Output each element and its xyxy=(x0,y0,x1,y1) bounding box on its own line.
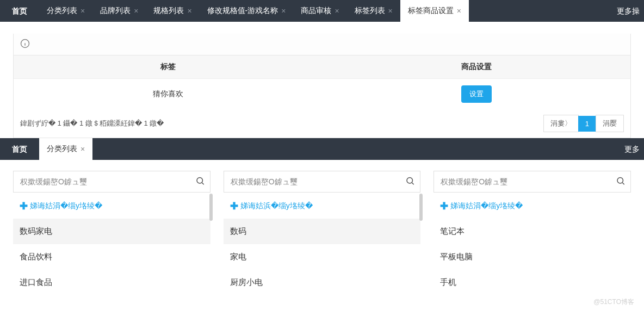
tab-label: 品牌列表 xyxy=(100,6,131,16)
close-icon[interactable]: × xyxy=(388,7,393,15)
content-panel: 标签 商品设置 猜你喜欢 设置 鍏剧ず紵� 1 鑷� 1 鐓＄粨鐤溧紝鍏� 1 … xyxy=(13,34,631,138)
tab-4[interactable]: 商品审核× xyxy=(293,0,346,22)
tab-label: 分类列表 xyxy=(47,6,77,16)
tab-label: 修改规格值-游戏名称 xyxy=(207,6,278,16)
add-category-label: 娣诲姞涓�缁у垎绫� xyxy=(30,201,102,211)
table-row: 猜你喜欢 设置 xyxy=(14,79,630,110)
list-item[interactable]: 厨房小电 xyxy=(224,270,421,295)
tab-6[interactable]: 标签商品设置× xyxy=(400,0,469,22)
search-icon[interactable] xyxy=(616,176,626,188)
tab-0[interactable]: 分类列表× xyxy=(39,138,92,160)
add-category-label: 娣诲姞浜�缁у垎绫� xyxy=(240,201,313,211)
search-icon[interactable] xyxy=(405,176,415,188)
close-icon[interactable]: × xyxy=(81,7,85,15)
tab-label: 分类列表 xyxy=(47,144,77,154)
svg-line-4 xyxy=(202,183,203,184)
tab-list-2: 分类列表× xyxy=(39,138,615,160)
svg-point-3 xyxy=(197,178,203,184)
pager-page-1[interactable]: 1 xyxy=(578,116,596,132)
plus-icon: ✚ xyxy=(20,201,28,211)
list-item[interactable]: 数码家电 xyxy=(13,219,210,244)
tab-home-2[interactable]: 首页 xyxy=(0,138,39,160)
more-ops[interactable]: 更多操 xyxy=(607,0,644,22)
pager-prev[interactable]: 涓婁〉 xyxy=(543,115,579,132)
category-column-2: ✚娣诲姞涓�缁у垎绫�笔记本平板电脑手机 xyxy=(434,171,631,295)
list-item[interactable]: 手机 xyxy=(434,270,631,295)
list-item[interactable]: 笔记本 xyxy=(434,219,631,244)
close-icon[interactable]: × xyxy=(457,7,461,15)
th-label: 标签 xyxy=(14,55,322,79)
category-list: 数码家电厨房小电 xyxy=(224,219,421,295)
search-input[interactable] xyxy=(224,171,421,193)
pager-row: 鍏剧ず紵� 1 鑷� 1 鐓＄粨鐤溧紝鍏� 1 鐓� 涓婁〉 1 涓嬮 xyxy=(14,109,630,138)
tab-label: 规格列表 xyxy=(153,6,184,16)
add-category-link[interactable]: ✚娣诲姞浜�缁у垎绫� xyxy=(224,193,421,219)
category-columns: ✚娣诲姞涓�缁у垎绫�数码家电食品饮料进口食品✚娣诲姞浜�缁у垎绫�数码家电厨房… xyxy=(13,160,631,295)
tab-list: 分类列表×品牌列表×规格列表×修改规格值-游戏名称×商品审核×标签列表×标签商品… xyxy=(39,0,607,22)
tab-label: 标签列表 xyxy=(355,6,385,16)
tab-1[interactable]: 品牌列表× xyxy=(92,0,146,22)
list-item[interactable]: 进口食品 xyxy=(13,270,210,295)
scrollbar[interactable] xyxy=(419,194,423,221)
close-icon[interactable]: × xyxy=(281,7,286,15)
region-category-list: 首页 分类列表× 更多 ✚娣诲姞涓�缁у垎绫�数码家电食品饮料进口食品✚娣诲姞浜… xyxy=(0,138,644,295)
set-button[interactable]: 设置 xyxy=(461,85,492,103)
list-item[interactable]: 数码 xyxy=(224,219,421,244)
list-item[interactable]: 平板电脑 xyxy=(434,244,631,270)
tab-0[interactable]: 分类列表× xyxy=(39,0,92,22)
tab-label: 商品审核 xyxy=(301,6,331,16)
add-category-link[interactable]: ✚娣诲姞涓�缁у垎绫� xyxy=(434,193,631,219)
top-tabbar: 首页 分类列表×品牌列表×规格列表×修改规格值-游戏名称×商品审核×标签列表×标… xyxy=(0,0,644,22)
plus-icon: ✚ xyxy=(440,201,448,211)
th-goods-setting: 商品设置 xyxy=(322,55,630,79)
category-column-0: ✚娣诲姞涓�缁у垎绫�数码家电食品饮料进口食品 xyxy=(13,171,210,295)
svg-point-5 xyxy=(407,178,413,184)
top-tabbar-2: 首页 分类列表× 更多 xyxy=(0,138,644,160)
close-icon[interactable]: × xyxy=(187,7,191,15)
pagination: 涓婁〉 1 涓嬮 xyxy=(543,115,624,132)
add-category-label: 娣诲姞涓�缁у垎绫� xyxy=(450,201,523,211)
search-input[interactable] xyxy=(434,171,631,193)
list-item[interactable]: 食品饮料 xyxy=(13,244,210,270)
svg-line-8 xyxy=(623,183,624,184)
cell-label-name: 猜你喜欢 xyxy=(14,79,322,110)
scrollbar[interactable] xyxy=(209,194,213,221)
info-icon xyxy=(20,39,30,50)
close-icon[interactable]: × xyxy=(134,7,138,15)
alert-bar xyxy=(14,34,630,55)
pager-info: 鍏剧ず紵� 1 鑷� 1 鐓＄粨鐤溧紝鍏� 1 鐓� xyxy=(20,119,164,128)
more-ops-2[interactable]: 更多 xyxy=(615,138,644,160)
tab-home[interactable]: 首页 xyxy=(0,0,39,22)
category-list: 笔记本平板电脑手机 xyxy=(434,219,631,295)
category-column-1: ✚娣诲姞浜�缁у垎绫�数码家电厨房小电 xyxy=(224,171,421,295)
search-icon[interactable] xyxy=(195,176,205,188)
tab-3[interactable]: 修改规格值-游戏名称× xyxy=(200,0,294,22)
close-icon[interactable]: × xyxy=(335,7,339,15)
search-input[interactable] xyxy=(13,171,210,193)
category-list: 数码家电食品饮料进口食品 xyxy=(13,219,210,295)
svg-line-6 xyxy=(412,183,414,184)
label-table: 标签 商品设置 猜你喜欢 设置 xyxy=(14,55,630,109)
cell-action: 设置 xyxy=(322,79,630,110)
tab-2[interactable]: 规格列表× xyxy=(146,0,199,22)
svg-point-7 xyxy=(617,178,623,184)
close-icon[interactable]: × xyxy=(81,145,85,153)
region-label-goods: 首页 分类列表×品牌列表×规格列表×修改规格值-游戏名称×商品审核×标签列表×标… xyxy=(0,0,644,138)
pager-next[interactable]: 涓嬮 xyxy=(596,115,624,132)
tab-label: 标签商品设置 xyxy=(408,6,454,16)
tab-5[interactable]: 标签列表× xyxy=(347,0,400,22)
plus-icon: ✚ xyxy=(230,201,238,211)
add-category-link[interactable]: ✚娣诲姞涓�缁у垎绫� xyxy=(13,193,210,219)
list-item[interactable]: 家电 xyxy=(224,244,421,270)
